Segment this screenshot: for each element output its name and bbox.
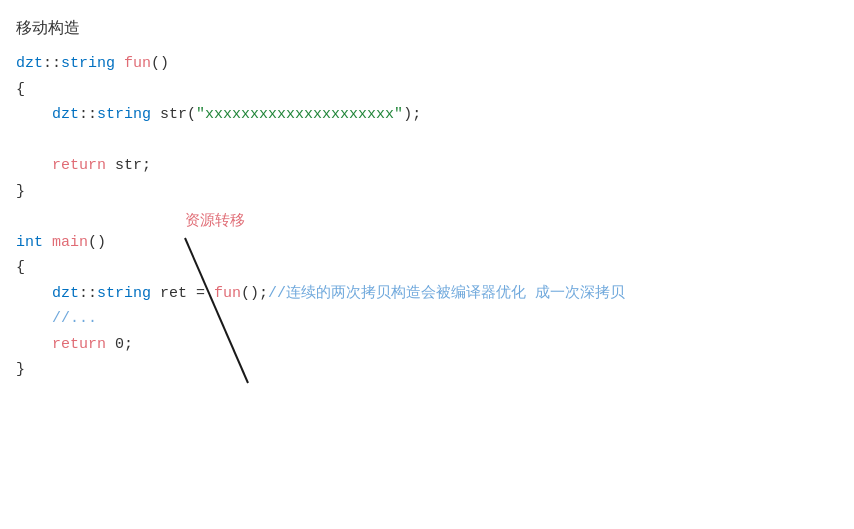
keyword-string: string [61, 55, 115, 72]
code-line-5: return str; [16, 153, 838, 179]
code-line-2: { [16, 77, 838, 103]
keyword-int: int [16, 234, 43, 251]
code-line-12: return 0; [16, 332, 838, 358]
code-area: dzt::string fun() { dzt::string str("xxx… [0, 51, 854, 383]
comment-text: //连续的两次拷贝构造会被编译器优化 成一次深拷贝 [268, 285, 625, 302]
code-line-13: } [16, 357, 838, 383]
keyword-return2: return [52, 336, 106, 353]
string-literal: "xxxxxxxxxxxxxxxxxxxxx" [196, 106, 403, 123]
keyword-dzt3: dzt [52, 285, 79, 302]
func-fun2: fun [214, 285, 241, 302]
code-line-10: dzt::string ret = fun();//连续的两次拷贝构造会被编译器… [16, 281, 838, 307]
keyword-string2: string [97, 106, 151, 123]
code-line-4 [16, 128, 838, 154]
code-line-3: dzt::string str("xxxxxxxxxxxxxxxxxxxxx")… [16, 102, 838, 128]
keyword-return1: return [52, 157, 106, 174]
code-line-8: int main() [16, 230, 838, 256]
code-line-9: { [16, 255, 838, 281]
func-fun: fun [124, 55, 151, 72]
code-line-6: } [16, 179, 838, 205]
keyword-string3: string [97, 285, 151, 302]
page-title: 移动构造 [0, 10, 854, 51]
comment-dots: //... [52, 310, 97, 327]
code-line-11: //... [16, 306, 838, 332]
keyword-dzt: dzt [16, 55, 43, 72]
code-line-7 [16, 204, 838, 230]
keyword-dzt2: dzt [52, 106, 79, 123]
code-line-1: dzt::string fun() [16, 51, 838, 77]
func-main: main [52, 234, 88, 251]
